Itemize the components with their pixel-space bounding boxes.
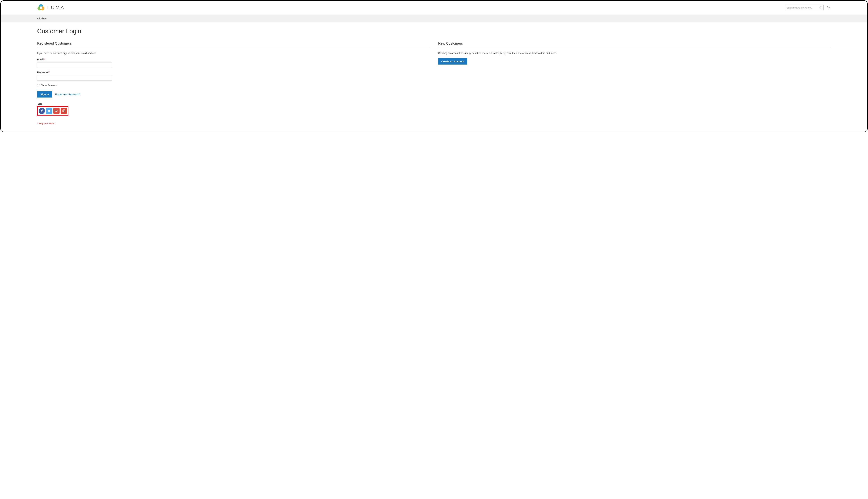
show-password-checkbox[interactable] xyxy=(37,84,39,86)
google-plus-login-button[interactable] xyxy=(53,108,60,114)
search-input[interactable] xyxy=(785,5,823,10)
required-fields-note: * Required Fields xyxy=(37,122,430,125)
or-label: OR xyxy=(38,102,430,106)
cart-icon[interactable] xyxy=(827,6,831,10)
search-box xyxy=(785,5,823,10)
newcust-desc: Creating an account has many benefits: c… xyxy=(438,51,831,55)
create-account-button[interactable]: Create an Account xyxy=(438,58,467,64)
password-field[interactable] xyxy=(37,75,112,81)
password-label: Password* xyxy=(37,71,430,74)
nav-item-clothes[interactable]: Clothes xyxy=(37,15,47,22)
brand-name: LUMA xyxy=(47,5,65,10)
new-customers-section: New Customers Creating an account has ma… xyxy=(438,41,831,125)
logo[interactable]: LUMA xyxy=(37,4,65,11)
required-star-icon: * xyxy=(49,71,50,74)
registered-desc: If you have an account, sign in with you… xyxy=(37,51,430,55)
svg-line-5 xyxy=(822,8,822,9)
twitter-icon xyxy=(47,109,51,113)
newcust-heading: New Customers xyxy=(438,41,831,47)
email-label-text: Email xyxy=(37,58,44,61)
signin-button[interactable]: Sign In xyxy=(37,91,52,98)
registered-heading: Registered Customers xyxy=(37,41,430,47)
social-login-highlight xyxy=(37,106,69,115)
page-title: Customer Login xyxy=(37,27,831,35)
luma-logo-icon xyxy=(37,4,45,11)
search-icon[interactable] xyxy=(820,6,822,9)
password-label-text: Password xyxy=(37,71,49,74)
instagram-icon xyxy=(62,109,65,113)
required-star-icon: * xyxy=(44,58,45,61)
google-plus-icon xyxy=(55,109,58,113)
forgot-password-link[interactable]: Forgot Your Password? xyxy=(55,93,81,96)
svg-point-3 xyxy=(40,7,42,9)
twitter-login-button[interactable] xyxy=(46,108,52,114)
svg-point-4 xyxy=(820,7,822,8)
show-password-label: Show Password xyxy=(41,84,58,87)
svg-point-12 xyxy=(64,110,65,110)
facebook-login-button[interactable] xyxy=(39,108,45,114)
facebook-icon xyxy=(40,109,44,113)
instagram-login-button[interactable] xyxy=(61,108,67,114)
email-field[interactable] xyxy=(37,62,112,68)
email-label: Email* xyxy=(37,58,430,61)
svg-point-11 xyxy=(63,110,64,112)
registered-customers-section: Registered Customers If you have an acco… xyxy=(37,41,430,125)
